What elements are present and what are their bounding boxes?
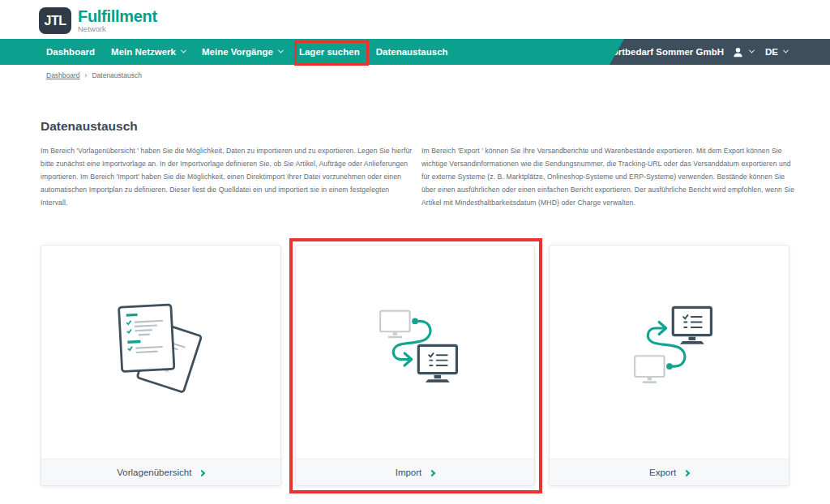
nav-item-lager-suchen[interactable]: Lager suchen	[291, 39, 368, 65]
card-link-import[interactable]: Import	[296, 459, 535, 485]
brand-product-subtitle: Network	[78, 25, 157, 33]
breadcrumb: Dashboard › Datenaustausch	[46, 71, 142, 79]
breadcrumb-current: Datenaustausch	[92, 71, 141, 79]
brand-product-name: Fulfillment	[78, 7, 157, 25]
chevron-down-icon	[181, 47, 186, 53]
nav-item-dashboard[interactable]: Dashboard	[38, 39, 103, 65]
jtl-logo-icon: JTL	[39, 7, 71, 34]
intro-text-left: Im Bereich 'Vorlagenübersicht ' haben Si…	[41, 144, 415, 209]
intro-text-right: Im Bereich 'Export ' können Sie Ihre Ver…	[421, 144, 796, 209]
card-export[interactable]: Export	[549, 245, 789, 486]
account-section: Sportbedarf Sommer GmbH DE	[608, 39, 830, 65]
card-vorlagenuebersicht[interactable]: Vorlagenübersicht	[41, 245, 281, 486]
chevron-down-icon	[278, 47, 284, 53]
card-label: Vorlagenübersicht	[117, 468, 191, 477]
user-menu[interactable]	[732, 46, 754, 58]
nav-item-mein-netzwerk[interactable]: Mein Netzwerk	[103, 39, 194, 65]
nav-items: Dashboard Mein Netzwerk Meine Vorgänge L…	[38, 39, 456, 65]
main-navbar: Dashboard Mein Netzwerk Meine Vorgänge L…	[0, 39, 830, 65]
brand-logo[interactable]: JTL Fulfillment Network	[39, 7, 157, 34]
app-header: JTL Fulfillment Network	[0, 0, 830, 39]
export-transfer-icon	[609, 300, 730, 405]
documents-icon	[100, 300, 221, 405]
user-icon	[732, 46, 744, 58]
breadcrumb-dashboard-link[interactable]: Dashboard	[46, 71, 80, 79]
import-transfer-icon	[354, 300, 476, 405]
chevron-right-icon	[429, 469, 435, 476]
language-selector[interactable]: DE	[765, 47, 788, 57]
card-label: Export	[649, 468, 676, 477]
breadcrumb-separator: ›	[85, 71, 88, 79]
chevron-down-icon	[749, 47, 755, 53]
card-link-vorlagenuebersicht[interactable]: Vorlagenübersicht	[41, 459, 280, 485]
chevron-right-icon	[683, 469, 690, 476]
page-title: Datenaustausch	[41, 119, 138, 134]
nav-item-meine-vorgaenge[interactable]: Meine Vorgänge	[194, 39, 291, 65]
card-link-export[interactable]: Export	[550, 459, 789, 485]
chevron-right-icon	[199, 469, 205, 476]
cards-row: Vorlagenübersicht	[41, 245, 789, 486]
card-import[interactable]: Import	[295, 245, 536, 486]
company-name[interactable]: Sportbedarf Sommer GmbH	[601, 47, 724, 57]
card-label: Import	[396, 468, 422, 477]
nav-item-datenaustausch[interactable]: Datenaustausch	[368, 39, 456, 65]
chevron-down-icon	[783, 47, 789, 53]
